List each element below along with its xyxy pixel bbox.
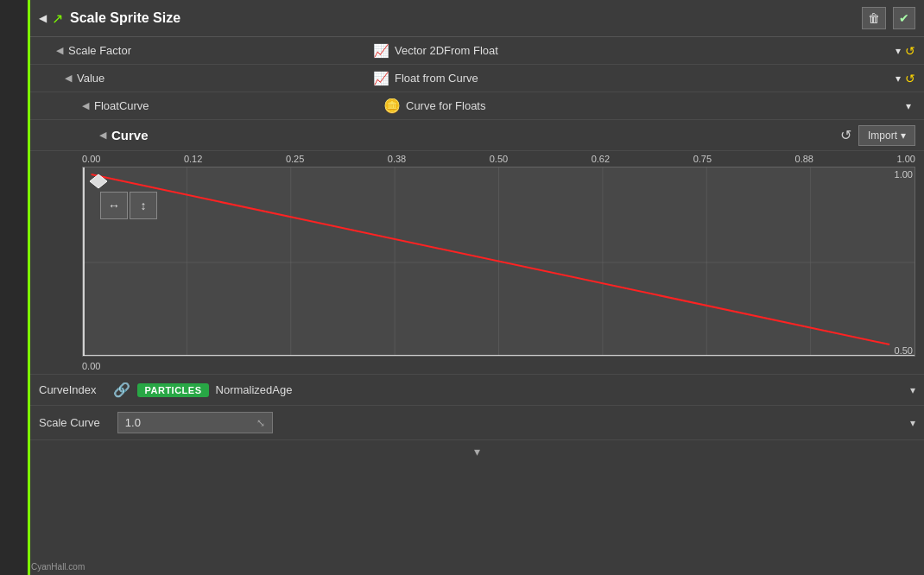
floatcurve-type-label: Curve for Floats <box>406 99 485 112</box>
bottom-expand-icon[interactable]: ▾ <box>474 445 480 458</box>
curve-index-label: CurveIndex <box>39 383 96 396</box>
x-axis-bottom-labels: 0.00 <box>82 358 915 374</box>
scale-curve-value: 1.0 <box>125 416 141 429</box>
import-btn-arrow: ▾ <box>901 130 906 142</box>
svg-line-10 <box>92 174 889 344</box>
curve-index-row: CurveIndex 🔗 PARTICLES NormalizedAge ▾ <box>30 375 924 406</box>
header-row: ◀ ↗ Scale Sprite Size 🗑 ✔ <box>30 0 924 37</box>
x-label-2: 0.25 <box>286 154 304 164</box>
floatcurve-collapse-icon[interactable]: ◀ <box>82 100 89 111</box>
x-label-8: 1.00 <box>897 154 915 164</box>
watermark: CyanHall.com <box>31 562 85 572</box>
delete-button[interactable]: 🗑 <box>862 7 886 29</box>
header-arrow-icon: ↗ <box>52 10 63 27</box>
value-type-label: Float from Curve <box>395 72 478 85</box>
main-content: ◀ ↗ Scale Sprite Size 🗑 ✔ ◀ Scale Factor… <box>30 0 924 575</box>
value-reset-btn[interactable]: ↺ <box>905 72 915 85</box>
curve-rotate-btn[interactable]: ↺ <box>840 127 851 143</box>
xb-label-0: 0.00 <box>82 361 100 371</box>
curve-actions: ↺ Import ▾ <box>840 125 915 146</box>
x-label-5: 0.62 <box>592 154 610 164</box>
chart-svg[interactable] <box>83 167 915 357</box>
floatcurve-label: FloatCurve <box>94 99 149 112</box>
value-dropdown-btn[interactable]: ▾ <box>891 71 905 86</box>
curve-index-value: 🔗 PARTICLES NormalizedAge <box>113 382 910 398</box>
tool-buttons: ↔ ↕ <box>100 192 157 219</box>
scale-factor-row: ◀ Scale Factor 📈 Vector 2DFrom Float ▾ ↺ <box>30 37 924 65</box>
x-label-7: 0.88 <box>795 154 813 164</box>
chart-container: 0.00 0.12 0.25 0.38 0.50 0.62 0.75 0.88 … <box>30 151 924 375</box>
x-label-0: 0.00 <box>82 154 100 164</box>
x-label-3: 0.38 <box>388 154 406 164</box>
floatcurve-dropdown-btn[interactable]: ▾ <box>902 98 915 114</box>
scale-factor-label: Scale Factor <box>68 44 131 57</box>
vertical-scale-tool-btn[interactable]: ↕ <box>130 192 157 219</box>
v-scale-icon: ↕ <box>141 199 147 212</box>
x-axis-labels: 0.00 0.12 0.25 0.38 0.50 0.62 0.75 0.88 … <box>82 151 915 167</box>
curve-collapse-icon[interactable]: ◀ <box>99 130 106 141</box>
curve-header-row: ◀ Curve ↺ Import ▾ <box>30 120 924 151</box>
value-type-icon: 📈 <box>373 71 389 86</box>
scale-factor-dropdown-btn[interactable]: ▾ <box>891 43 905 59</box>
value-row: ◀ Value 📈 Float from Curve ▾ ↺ <box>30 65 924 92</box>
normalized-age-label: NormalizedAge <box>216 383 293 396</box>
x-label-4: 0.50 <box>490 154 508 164</box>
scale-factor-collapse-icon[interactable]: ◀ <box>39 45 63 56</box>
scale-curve-row: Scale Curve 1.0 ⤡ ▾ <box>30 406 924 440</box>
bottom-row: ▾ <box>30 440 924 463</box>
x-label-6: 0.75 <box>693 154 712 164</box>
header-actions: 🗑 ✔ <box>862 7 915 29</box>
curve-label: Curve <box>111 128 149 142</box>
particles-badge: PARTICLES <box>137 383 208 397</box>
import-btn-label: Import <box>868 130 897 142</box>
horizontal-scale-tool-btn[interactable]: ↔ <box>100 192 128 219</box>
scale-curve-dropdown-btn[interactable]: ▾ <box>910 417 915 429</box>
floatcurve-type-icon: 🪙 <box>383 98 401 114</box>
chart-svg-area[interactable]: 1.00 0.50 0.00 1.00 0.50 <box>82 167 915 357</box>
import-button[interactable]: Import ▾ <box>858 125 915 146</box>
check-button[interactable]: ✔ <box>893 7 915 29</box>
scale-factor-type-icon: 📈 <box>373 43 389 59</box>
floatcurve-row: ◀ FloatCurve 🪙 Curve for Floats ▾ <box>30 92 924 120</box>
value-collapse-icon[interactable]: ◀ <box>65 73 72 84</box>
link-icon: 🔗 <box>113 382 130 398</box>
scale-curve-input[interactable]: 1.0 ⤡ <box>117 412 273 433</box>
scale-factor-reset-btn[interactable]: ↺ <box>905 44 915 58</box>
scale-curve-input-wrap: 1.0 ⤡ <box>117 412 902 433</box>
value-label: Value <box>77 72 104 85</box>
header-collapse-icon[interactable]: ◀ <box>39 12 47 24</box>
x-label-1: 0.12 <box>184 154 202 164</box>
h-scale-icon: ↔ <box>108 199 120 212</box>
page-title: Scale Sprite Size <box>70 10 862 26</box>
curve-index-dropdown-btn[interactable]: ▾ <box>910 384 915 396</box>
left-sidebar-bar <box>0 0 30 575</box>
scale-factor-type-label: Vector 2DFrom Float <box>395 44 498 57</box>
scale-curve-label: Scale Curve <box>39 416 100 429</box>
scale-curve-resize-icon: ⤡ <box>256 417 265 429</box>
